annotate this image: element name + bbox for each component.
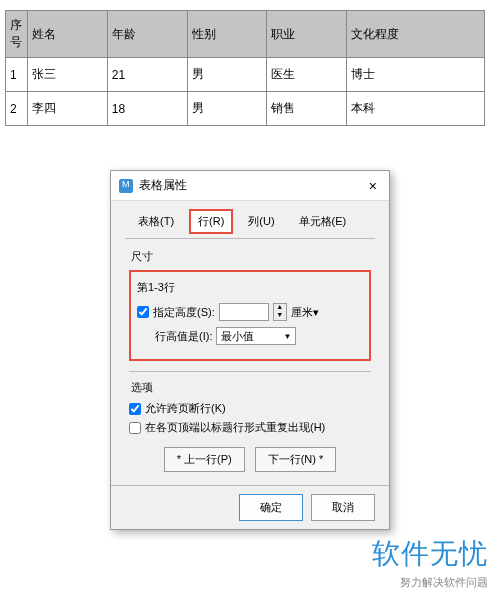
table-header-row: 序号 姓名 年龄 性别 职业 文化程度 [6, 11, 485, 58]
specify-height-checkbox[interactable] [137, 306, 149, 318]
height-input[interactable] [219, 303, 269, 321]
app-icon [119, 179, 133, 193]
watermark: 软件无忧 努力解决软件问题 [372, 535, 488, 590]
dialog-title: 表格属性 [139, 177, 365, 194]
watermark-subtitle: 努力解决软件问题 [372, 575, 488, 590]
chevron-down-icon: ▼ [284, 332, 292, 341]
table-row[interactable]: 1 张三 21 男 医生 博士 [6, 58, 485, 92]
allow-break-checkbox[interactable] [129, 403, 141, 415]
tab-column[interactable]: 列(U) [239, 209, 283, 234]
options-group-label: 选项 [131, 380, 371, 395]
close-icon[interactable]: × [365, 178, 381, 194]
tabs: 表格(T) 行(R) 列(U) 单元格(E) [111, 201, 389, 234]
size-section: 第1-3行 指定高度(S): ▲ ▼ 厘米▾ 行高值是(I): 最小值 ▼ [129, 270, 371, 361]
dialog-footer: 确定 取消 [111, 485, 389, 529]
watermark-title: 软件无忧 [372, 535, 488, 573]
next-row-button[interactable]: 下一行(N) * [255, 447, 337, 472]
col-header: 职业 [267, 11, 347, 58]
allow-break-label: 允许跨页断行(K) [145, 401, 226, 416]
row-height-mode-dropdown[interactable]: 最小值 ▼ [216, 327, 296, 345]
col-header: 年龄 [107, 11, 187, 58]
tab-row[interactable]: 行(R) [189, 209, 233, 234]
data-table: 序号 姓名 年龄 性别 职业 文化程度 1 张三 21 男 医生 博士 2 李四… [5, 10, 485, 126]
cancel-button[interactable]: 取消 [311, 494, 375, 521]
tab-table[interactable]: 表格(T) [129, 209, 183, 234]
prev-row-button[interactable]: * 上一行(P) [164, 447, 245, 472]
repeat-header-label: 在各页顶端以标题行形式重复出现(H) [145, 420, 325, 435]
options-section: 选项 允许跨页断行(K) 在各页顶端以标题行形式重复出现(H) [129, 371, 371, 435]
col-header: 姓名 [28, 11, 108, 58]
specify-height-label: 指定高度(S): [153, 305, 215, 320]
size-group-label: 尺寸 [131, 249, 371, 264]
spinner-down-icon[interactable]: ▼ [274, 312, 286, 320]
repeat-header-checkbox[interactable] [129, 422, 141, 434]
ok-button[interactable]: 确定 [239, 494, 303, 521]
chevron-down-icon: ▾ [313, 306, 319, 318]
col-header: 文化程度 [347, 11, 485, 58]
row-height-is-label: 行高值是(I): [155, 329, 212, 344]
dialog-titlebar[interactable]: 表格属性 × [111, 171, 389, 201]
col-header: 性别 [187, 11, 267, 58]
tab-content: 尺寸 第1-3行 指定高度(S): ▲ ▼ 厘米▾ 行高值是(I): 最小值 ▼ [125, 238, 375, 480]
unit-dropdown[interactable]: 厘米▾ [291, 305, 319, 320]
tab-cell[interactable]: 单元格(E) [290, 209, 356, 234]
col-header: 序号 [6, 11, 28, 58]
row-range-label: 第1-3行 [137, 280, 363, 295]
table-properties-dialog: 表格属性 × 表格(T) 行(R) 列(U) 单元格(E) 尺寸 第1-3行 指… [110, 170, 390, 530]
table-row[interactable]: 2 李四 18 男 销售 本科 [6, 92, 485, 126]
